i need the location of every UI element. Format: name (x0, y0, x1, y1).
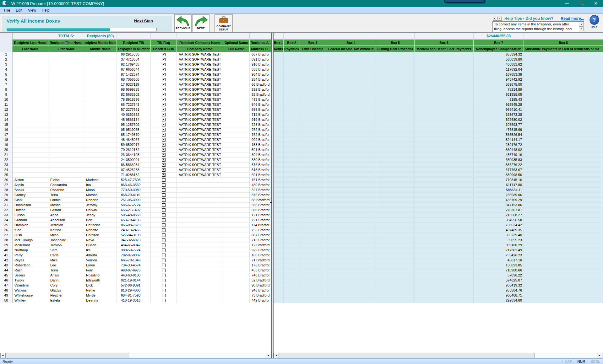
cell-box6[interactable] (415, 263, 474, 268)
cell-box3[interactable] (300, 67, 326, 72)
cell-box2[interactable] (284, 293, 300, 298)
cell-middle-name[interactable]: Myrtle (84, 293, 117, 298)
cell-box7-amount[interactable]: 717302.49 (474, 248, 524, 253)
cell-last-name[interactable] (13, 122, 48, 127)
cell-tin[interactable]: 96-2915350 (117, 52, 151, 57)
cell-box3[interactable] (300, 163, 326, 168)
cell-middle-name[interactable]: Mona (84, 188, 117, 193)
cell-box5[interactable] (376, 293, 415, 298)
cell-address[interactable]: 292 Bradfor (250, 87, 271, 92)
cell-company-name[interactable]: AATRIX SOFTWARE TEST (177, 112, 223, 117)
cell-box3[interactable] (300, 233, 326, 238)
cell-last-name[interactable]: Robertson (13, 263, 48, 268)
cell-first-name[interactable]: Anais (48, 273, 84, 278)
cell-box5[interactable] (376, 203, 415, 208)
cell-box1[interactable] (274, 132, 284, 137)
cell-first-name[interactable]: Estela (48, 298, 84, 303)
cell-box1[interactable] (274, 127, 284, 132)
cell-tin[interactable]: 865-08-7679 (117, 223, 151, 228)
cell-address[interactable]: 151 Bradfor (250, 178, 271, 183)
cell-box4[interactable] (326, 218, 376, 223)
cell-box6[interactable] (415, 238, 474, 243)
cell-optional-name[interactable] (223, 193, 250, 198)
cell-box3[interactable] (300, 97, 326, 102)
cell-tin-flag[interactable] (151, 283, 177, 288)
cell-box8[interactable] (524, 57, 603, 62)
cell-box5[interactable] (376, 178, 415, 183)
cell-optional-name[interactable] (223, 117, 250, 122)
cell-address[interactable]: 691 Bradfor (250, 173, 271, 178)
cell-tin-flag[interactable]: ✕ (151, 142, 177, 147)
cell-middle-name[interactable] (84, 112, 117, 117)
fein-checkbox-checked[interactable]: ✕ (162, 83, 166, 86)
cell-last-name[interactable]: Banks (13, 188, 48, 193)
cell-box2[interactable] (284, 57, 300, 62)
row-number[interactable]: 17 (0, 132, 13, 137)
cell-last-name[interactable]: Alston (13, 178, 48, 183)
cell-box3[interactable] (300, 258, 326, 263)
cell-tin[interactable]: 59-8597017 (117, 142, 151, 147)
cell-optional-name[interactable] (223, 158, 250, 163)
cell-address[interactable]: 73 Bradford (250, 293, 271, 298)
cell-company-name[interactable] (177, 188, 223, 193)
cell-middle-name[interactable]: Ellsworth (84, 278, 117, 283)
row-number[interactable]: 6 (0, 77, 13, 82)
cell-box2[interactable] (284, 168, 300, 173)
cell-box7-amount[interactable]: 347153.06 (474, 203, 524, 208)
fein-checkbox-checked[interactable]: ✕ (162, 143, 166, 147)
cell-box5[interactable] (376, 57, 415, 62)
cell-box8[interactable] (524, 62, 603, 67)
cell-company-name[interactable]: AATRIX SOFTWARE TEST (177, 142, 223, 147)
minimize-button[interactable] (560, 0, 574, 7)
row-number[interactable]: 27 (0, 183, 13, 188)
cell-box1[interactable] (274, 253, 284, 258)
cell-box8[interactable] (524, 67, 603, 72)
cell-box3[interactable] (300, 278, 326, 283)
cell-box2[interactable] (284, 193, 300, 198)
row-number[interactable]: 31 (0, 203, 13, 208)
cell-address[interactable]: 880 Bradfor (250, 158, 271, 163)
row-number[interactable]: 40 (0, 248, 13, 253)
cell-box1[interactable] (274, 107, 284, 112)
cell-box6[interactable] (415, 142, 474, 147)
row-number[interactable]: 26 (0, 178, 13, 183)
cell-middle-name[interactable]: Rosalind (84, 273, 117, 278)
cell-box5[interactable] (376, 137, 415, 142)
cell-company-name[interactable] (177, 298, 223, 303)
cell-box5[interactable] (376, 298, 415, 303)
cell-box3[interactable] (300, 283, 326, 288)
cell-tin[interactable]: 86-5863934 (117, 163, 151, 168)
cell-box5[interactable] (376, 52, 415, 57)
cell-box3[interactable] (300, 87, 326, 92)
cell-tin[interactable]: 45-9566184 (117, 117, 151, 122)
cell-box7-amount[interactable]: 107693.77 (474, 122, 524, 127)
cell-tin[interactable]: 410-19-3516 (117, 298, 151, 303)
cell-first-name[interactable]: Anderson (48, 218, 84, 223)
cell-box2[interactable] (284, 253, 300, 258)
cell-last-name[interactable] (13, 137, 48, 142)
cell-address[interactable]: 327 Bradfor (250, 188, 271, 193)
cell-company-name[interactable] (177, 208, 223, 213)
cell-box7-amount[interactable]: 43617.16 (474, 258, 524, 263)
cell-box1[interactable] (274, 153, 284, 158)
cell-tin[interactable]: 85-1749570 (117, 132, 151, 137)
cell-box7-amount[interactable]: 568526.54 (474, 132, 524, 137)
cell-middle-name[interactable] (84, 147, 117, 153)
cell-box2[interactable] (284, 87, 300, 92)
cell-middle-name[interactable]: Marsha (84, 193, 117, 198)
previous-button[interactable]: PREVIOUS (174, 14, 192, 32)
cell-middle-name[interactable]: Loren (84, 263, 117, 268)
cell-box8[interactable] (524, 228, 603, 233)
cell-tin[interactable]: 82-5652902 (117, 92, 151, 97)
fein-checkbox-unchecked[interactable] (162, 269, 166, 272)
fein-checkbox-checked[interactable]: ✕ (162, 58, 166, 61)
cell-box4[interactable] (326, 253, 376, 258)
cell-last-name[interactable] (13, 132, 48, 137)
cell-last-name[interactable] (13, 173, 48, 178)
cell-tin-flag[interactable] (151, 193, 177, 198)
cell-first-name[interactable]: Katrina (48, 228, 84, 233)
cell-company-name[interactable]: AATRIX SOFTWARE TEST (177, 168, 223, 173)
cell-box1[interactable] (274, 213, 284, 218)
fein-checkbox-unchecked[interactable] (162, 289, 166, 292)
cell-box2[interactable] (284, 67, 300, 72)
